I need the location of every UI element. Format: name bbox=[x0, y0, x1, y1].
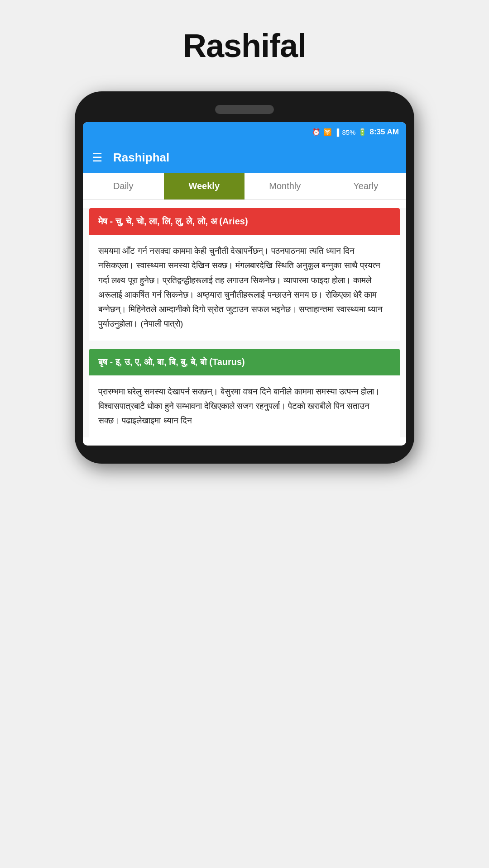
wifi-icon: 🛜 bbox=[323, 128, 332, 136]
rashi-aries-header: मेष - चु, चे, चो, ला, लि, लु, ले, लो, अ … bbox=[89, 208, 400, 235]
rashi-taurus-body: प्रारम्भमा घरेलु समस्या देखापर्न सक्छन्।… bbox=[89, 375, 400, 437]
battery-percent: 85% bbox=[342, 128, 355, 136]
status-icons: ⏰ 🛜 ▐ 85% 🔋 8:35 AM bbox=[312, 128, 399, 137]
hamburger-icon[interactable]: ☰ bbox=[92, 151, 102, 165]
app-bar-title: Rashiphal bbox=[113, 151, 169, 165]
rashi-aries: मेष - चु, चे, चो, ला, लि, लु, ले, लो, अ … bbox=[89, 208, 400, 341]
tab-monthly[interactable]: Monthly bbox=[244, 173, 326, 199]
battery-icon: 🔋 bbox=[358, 128, 367, 136]
phone-wrapper: ⏰ 🛜 ▐ 85% 🔋 8:35 AM ☰ Rashiphal Daily We… bbox=[75, 91, 414, 464]
content-area: मेष - चु, चे, चो, ला, लि, लु, ले, लो, अ … bbox=[83, 208, 406, 437]
phone-outer: ⏰ 🛜 ▐ 85% 🔋 8:35 AM ☰ Rashiphal Daily We… bbox=[75, 91, 414, 464]
rashi-taurus-header: बृष - इ, उ, ए, ओ, बा, बि, बु, बे, बो (Ta… bbox=[89, 349, 400, 375]
signal-icon: ▐ bbox=[335, 128, 340, 136]
tab-yearly[interactable]: Yearly bbox=[326, 173, 407, 199]
alarm-icon: ⏰ bbox=[312, 128, 321, 136]
rashi-taurus: बृष - इ, उ, ए, ओ, बा, बि, बु, बे, बो (Ta… bbox=[89, 349, 400, 437]
page-title: Rashifal bbox=[183, 27, 306, 64]
status-time: 8:35 AM bbox=[369, 128, 399, 137]
status-bar: ⏰ 🛜 ▐ 85% 🔋 8:35 AM bbox=[83, 122, 406, 142]
tabs-container: Daily Weekly Monthly Yearly bbox=[83, 173, 406, 200]
rashi-aries-body: समयमा आँट गर्न नसक्दा काममा केही चुनौती … bbox=[89, 235, 400, 341]
phone-speaker bbox=[215, 105, 274, 114]
tab-weekly[interactable]: Weekly bbox=[164, 173, 245, 199]
tab-daily[interactable]: Daily bbox=[83, 173, 164, 199]
app-bar: ☰ Rashiphal bbox=[83, 142, 406, 173]
phone-screen: ⏰ 🛜 ▐ 85% 🔋 8:35 AM ☰ Rashiphal Daily We… bbox=[83, 122, 406, 446]
